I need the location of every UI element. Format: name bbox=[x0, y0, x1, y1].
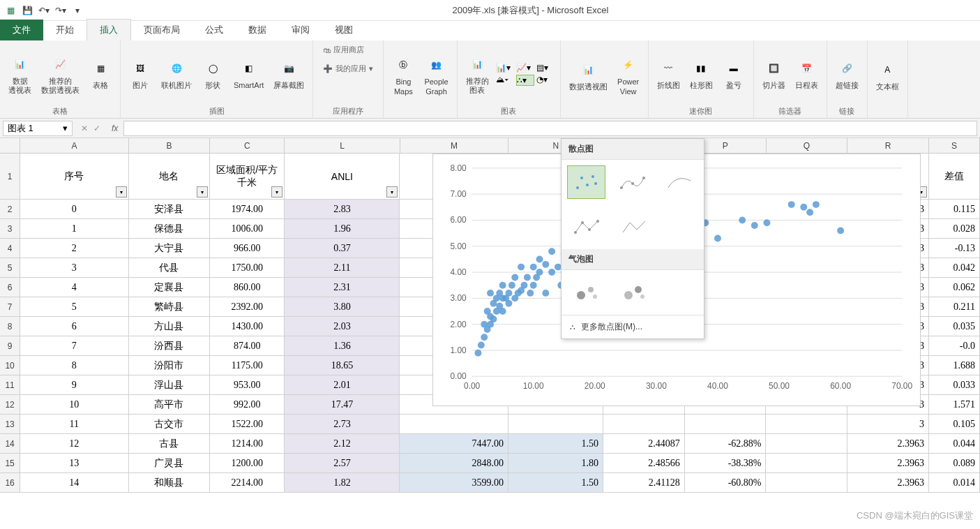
tab-data[interactable]: 数据 bbox=[236, 20, 279, 40]
col-header-c[interactable]: C bbox=[210, 138, 285, 153]
scatter-straight-option[interactable] bbox=[615, 210, 654, 244]
name-box[interactable]: 图表 1▾ bbox=[3, 121, 73, 136]
pivot-table-button[interactable]: 📊数据透视表 bbox=[6, 52, 34, 96]
cell[interactable]: 992.00 bbox=[210, 395, 285, 414]
cell[interactable]: 古交市 bbox=[129, 415, 211, 433]
scatter-smooth-option[interactable] bbox=[614, 165, 652, 199]
col-header-a[interactable]: A bbox=[20, 138, 129, 153]
cell[interactable]: 2.57 bbox=[285, 454, 400, 472]
area-chart-button[interactable]: ⛰▾ bbox=[496, 75, 514, 86]
cell[interactable] bbox=[508, 415, 603, 433]
cell[interactable]: 7447.00 bbox=[400, 434, 508, 453]
row-header[interactable]: 15 bbox=[0, 454, 20, 472]
cell[interactable]: 2 bbox=[20, 239, 128, 258]
my-apps-button[interactable]: ➕ 我的应用 ▾ bbox=[319, 62, 377, 75]
cell[interactable]: 1200.00 bbox=[210, 454, 285, 472]
cell[interactable]: 0.042 bbox=[929, 258, 980, 277]
recommended-charts-button[interactable]: 📊推荐的图表 bbox=[463, 52, 492, 96]
scatter-lines-option[interactable] bbox=[660, 165, 698, 199]
power-view-button[interactable]: ⚡PowerView bbox=[615, 52, 642, 97]
row-header[interactable]: 6 bbox=[0, 278, 20, 297]
cell[interactable]: 2.01 bbox=[285, 375, 400, 394]
cell[interactable]: 0.014 bbox=[929, 473, 980, 492]
cell[interactable]: 1214.00 bbox=[210, 434, 285, 453]
cell[interactable]: 2.44087 bbox=[603, 434, 685, 453]
cell[interactable]: 0.044 bbox=[929, 434, 980, 453]
people-graph-button[interactable]: 👥PeopleGraph bbox=[421, 52, 451, 97]
more-scatter-option[interactable]: ∴ 更多散点图(M)... bbox=[561, 315, 704, 338]
cell[interactable]: 13 bbox=[20, 454, 128, 472]
cell[interactable]: 11 bbox=[20, 415, 128, 433]
cell[interactable]: 2.48566 bbox=[603, 454, 685, 472]
tab-file[interactable]: 文件 bbox=[0, 20, 43, 40]
cell[interactable]: 0.035 bbox=[929, 317, 980, 336]
cell[interactable]: 1430.00 bbox=[210, 317, 285, 336]
bar-chart-button[interactable]: ▤▾ bbox=[536, 63, 555, 73]
cell[interactable]: 0.105 bbox=[929, 415, 980, 433]
row-header[interactable]: 11 bbox=[0, 375, 20, 394]
cell[interactable]: 0.089 bbox=[929, 454, 980, 472]
cell[interactable]: 0.028 bbox=[929, 219, 980, 238]
bing-maps-button[interactable]: ⓑBingMaps bbox=[389, 52, 417, 97]
cell[interactable]: 2.73 bbox=[285, 415, 400, 433]
sparkline-winloss-button[interactable]: ▬盈亏 bbox=[720, 56, 748, 91]
sparkline-line-button[interactable]: 〰折线图 bbox=[654, 56, 683, 91]
cell[interactable]: -60.80% bbox=[685, 473, 767, 492]
cell[interactable] bbox=[766, 454, 847, 472]
cell[interactable] bbox=[766, 434, 847, 453]
smartart-button[interactable]: ◧SmartArt bbox=[231, 56, 266, 91]
cell[interactable]: 1750.00 bbox=[210, 258, 285, 277]
chevron-down-icon[interactable]: ▾ bbox=[63, 123, 68, 133]
pivot-chart-button[interactable]: 📊数据透视图 bbox=[566, 57, 610, 93]
row-header[interactable]: 12 bbox=[0, 395, 20, 414]
header-a[interactable]: 序号▾ bbox=[20, 154, 128, 199]
cell[interactable]: 1974.00 bbox=[210, 200, 285, 218]
table-button[interactable]: ▦表格 bbox=[86, 56, 114, 91]
cell[interactable]: 大宁县 bbox=[129, 239, 211, 258]
cell[interactable]: 874.00 bbox=[210, 336, 285, 355]
cell[interactable]: 1.80 bbox=[508, 454, 603, 472]
cell[interactable]: 安泽县 bbox=[129, 200, 211, 218]
column-chart-button[interactable]: 📊▾ bbox=[496, 63, 514, 73]
other-chart-button[interactable]: ◔▾ bbox=[536, 75, 555, 86]
cell[interactable]: 10 bbox=[20, 395, 128, 414]
cell[interactable]: 0.033 bbox=[929, 375, 980, 394]
hyperlink-button[interactable]: 🔗超链接 bbox=[833, 56, 861, 91]
cell[interactable]: 2.3963 bbox=[847, 473, 929, 492]
cell[interactable]: 3599.00 bbox=[400, 473, 508, 492]
select-all-corner[interactable] bbox=[0, 138, 20, 153]
row-header[interactable]: 9 bbox=[0, 336, 20, 355]
cell[interactable]: -38.38% bbox=[685, 454, 767, 472]
tab-review[interactable]: 审阅 bbox=[279, 20, 322, 40]
cell[interactable]: 浮山县 bbox=[129, 375, 211, 394]
fx-icon[interactable]: fx bbox=[109, 124, 121, 133]
bubble-3d-option[interactable] bbox=[615, 276, 654, 309]
online-picture-button[interactable]: 🌐联机图片 bbox=[158, 56, 195, 91]
screenshot-button[interactable]: 📷屏幕截图 bbox=[271, 56, 307, 91]
recommended-pivot-button[interactable]: 📈推荐的数据透视表 bbox=[38, 52, 82, 96]
cell[interactable]: 9 bbox=[20, 375, 128, 394]
cell[interactable]: 1 bbox=[20, 219, 128, 238]
tab-pagelayout[interactable]: 页面布局 bbox=[131, 20, 193, 40]
cell[interactable]: 860.00 bbox=[210, 278, 285, 297]
cell[interactable]: 0.37 bbox=[285, 239, 400, 258]
cell[interactable]: 2.31 bbox=[285, 278, 400, 297]
cell[interactable]: 2848.00 bbox=[400, 454, 508, 472]
cell[interactable] bbox=[766, 415, 847, 433]
tab-home[interactable]: 开始 bbox=[43, 20, 86, 40]
cell[interactable]: 3.80 bbox=[285, 297, 400, 316]
cell[interactable]: 汾西县 bbox=[129, 336, 211, 355]
tab-insert[interactable]: 插入 bbox=[86, 19, 131, 40]
cell[interactable]: 0.062 bbox=[929, 278, 980, 297]
cell[interactable]: -0.0 bbox=[929, 336, 980, 355]
filter-icon[interactable]: ▾ bbox=[197, 186, 208, 198]
row-header[interactable]: 3 bbox=[0, 219, 20, 238]
filter-icon[interactable]: ▾ bbox=[271, 186, 282, 198]
cell[interactable] bbox=[603, 415, 685, 433]
app-store-button[interactable]: 🛍 应用商店 bbox=[319, 43, 368, 57]
cell[interactable]: 古县 bbox=[129, 434, 211, 453]
cell[interactable]: 广灵县 bbox=[129, 454, 211, 472]
cell[interactable]: 2.11 bbox=[285, 258, 400, 277]
cell[interactable]: 2.12 bbox=[285, 434, 400, 453]
qat-dropdown-icon[interactable]: ▾ bbox=[70, 3, 84, 17]
